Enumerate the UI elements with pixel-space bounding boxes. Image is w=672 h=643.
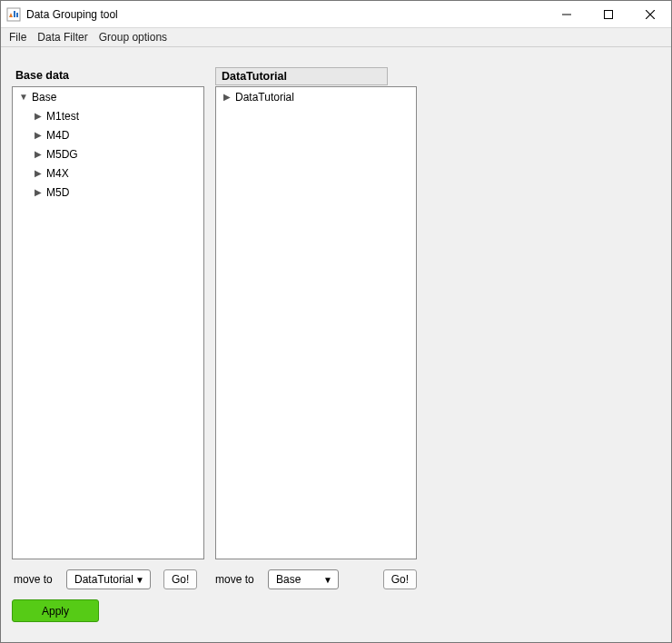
minimize-button[interactable] (546, 1, 588, 28)
tree-node[interactable]: ▶ M5DG (13, 144, 203, 163)
window-title: Data Grouping tool (26, 8, 118, 21)
go-left-button[interactable]: Go! (163, 569, 197, 589)
caret-down-icon: ▼ (135, 575, 144, 585)
tree-node-label: DataTutorial (235, 91, 294, 104)
move-right-select[interactable]: Base ▼ (268, 569, 339, 589)
go-right-button[interactable]: Go! (383, 569, 417, 589)
chevron-right-icon[interactable]: ▶ (222, 92, 232, 102)
menubar: File Data Filter Group options (1, 28, 671, 47)
tree-node-label: M4X (46, 167, 69, 180)
chevron-right-icon[interactable]: ▶ (33, 111, 44, 121)
select-value: DataTutorial (74, 573, 133, 586)
tree-node-label: M5DG (46, 148, 78, 161)
maximize-button[interactable] (588, 1, 629, 28)
button-label: Go! (391, 573, 409, 586)
tree-node-label: Base (32, 91, 56, 104)
svg-rect-1 (14, 11, 15, 17)
button-label: Go! (172, 573, 189, 586)
base-data-label: Base data (15, 69, 69, 82)
move-to-label: move to (14, 573, 59, 586)
button-label: Apply (42, 605, 69, 618)
chevron-right-icon[interactable]: ▶ (33, 187, 44, 197)
apply-button[interactable]: Apply (12, 599, 99, 622)
tree-node-tutorial[interactable]: ▶ DataTutorial (216, 87, 416, 106)
move-left-row: move to DataTutorial ▼ Go! (14, 569, 206, 589)
app-window: Data Grouping tool File Data Filter Grou… (0, 0, 672, 643)
select-value: Base (276, 573, 301, 586)
app-icon (6, 7, 21, 22)
tree-node-base[interactable]: ▼ Base (13, 87, 203, 106)
content-area: Base data DataTutorial ▼ Base ▶ M1test ▶… (1, 47, 671, 642)
move-right-row: move to Base ▼ Go! (215, 569, 417, 589)
chevron-right-icon[interactable]: ▶ (33, 168, 44, 178)
menu-filter[interactable]: Data Filter (35, 30, 90, 45)
tree-node-label: M1test (46, 110, 79, 123)
chevron-right-icon[interactable]: ▶ (33, 130, 44, 140)
move-left-select[interactable]: DataTutorial ▼ (66, 569, 151, 589)
svg-rect-4 (605, 10, 613, 18)
svg-rect-2 (16, 13, 18, 17)
tree-node[interactable]: ▶ M4X (13, 163, 203, 183)
close-button[interactable] (629, 1, 671, 28)
menu-file[interactable]: File (6, 30, 29, 45)
chevron-down-icon[interactable]: ▼ (18, 92, 29, 102)
tree-node-label: M4D (46, 129, 69, 142)
tree-node[interactable]: ▶ M1test (13, 106, 203, 125)
menu-group[interactable]: Group options (96, 30, 170, 45)
caret-down-icon: ▼ (323, 575, 332, 585)
tutorial-header-text: DataTutorial (222, 70, 287, 83)
tutorial-tree[interactable]: ▶ DataTutorial (215, 86, 417, 559)
titlebar: Data Grouping tool (1, 1, 671, 28)
tutorial-header: DataTutorial (215, 67, 388, 85)
tree-node[interactable]: ▶ M5D (13, 183, 203, 202)
chevron-right-icon[interactable]: ▶ (33, 149, 44, 159)
tree-node-label: M5D (46, 186, 69, 199)
base-tree[interactable]: ▼ Base ▶ M1test ▶ M4D ▶ M5DG ▶ M4X ▶ M5D (12, 86, 204, 559)
move-to-label: move to (215, 573, 261, 586)
tree-node[interactable]: ▶ M4D (13, 125, 203, 144)
